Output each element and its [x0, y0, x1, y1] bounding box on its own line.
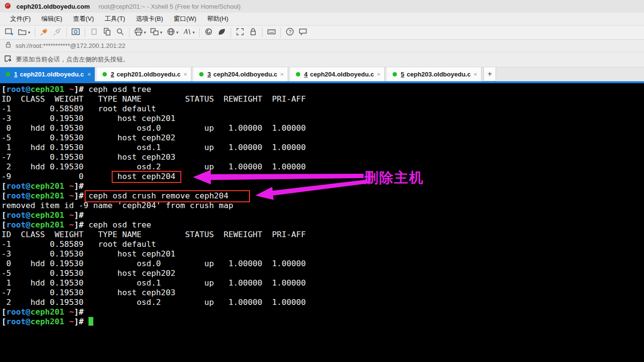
toolbar-separator [231, 28, 231, 37]
output-text: 2 hdd 0.19530 osd.2 up 1.00000 1.00000 [1, 162, 306, 171]
disconnect-icon [53, 27, 62, 38]
tab-1-ceph201.oldboyedu.com[interactable]: 1ceph201.oldboyedu.com× [0, 67, 95, 81]
dropdown-caret-icon[interactable]: ▾ [28, 30, 30, 35]
terminal-line: -1 0.58589 root default [1, 240, 306, 249]
toolbar-web-button[interactable]: ▾ [164, 26, 181, 39]
address-bar[interactable]: ssh://root:***********@172.200.1.201:22 [0, 40, 644, 52]
menu-item-tools[interactable]: 工具(T) [99, 13, 131, 25]
dropdown-caret-icon[interactable]: ▾ [144, 30, 146, 35]
terminal-line: 2 hdd 0.19530 osd.2 up 1.00000 1.00000 [1, 162, 306, 172]
menu-item-tab[interactable]: 选项卡(B) [131, 13, 168, 25]
new-tab-button[interactable]: + [483, 67, 496, 81]
tab-close-icon[interactable]: × [280, 71, 284, 78]
toolbar-font-button[interactable]: A▾ [180, 26, 197, 39]
terminal-line: 1 hdd 0.19530 osd.1 up 1.00000 1.00000 [1, 143, 306, 152]
tab-4-ceph204.oldboyedu.com[interactable]: 4ceph204.oldboyedu.com× [290, 67, 385, 81]
prompt-end: ]# [74, 220, 88, 229]
prompt-bracket: [ [1, 191, 6, 200]
prompt-host: ceph201 [30, 317, 64, 326]
output-text: ID CLASS WEIGHT TYPE NAME STATUS REWEIGH… [1, 230, 306, 239]
toolbar: ▾▾▾▾A▾? [0, 25, 644, 40]
highlight-box-host-ceph204 [112, 171, 181, 183]
menu-item-window[interactable]: 窗口(W) [168, 13, 202, 25]
output-text: ID CLASS WEIGHT TYPE NAME STATUS REWEIGH… [1, 94, 306, 104]
tab-close-icon[interactable]: × [473, 71, 477, 78]
svg-text:?: ? [289, 29, 292, 34]
prompt-space [64, 181, 69, 191]
toolbar-encoding-button[interactable] [202, 26, 215, 39]
tab-2-ceph201.oldboyedu.com[interactable]: 2ceph201.oldboyedu.com× [97, 67, 191, 81]
prompt-host: ceph201 [30, 220, 64, 229]
prompt-host: ceph201 [30, 211, 64, 220]
print-icon [134, 27, 143, 38]
terminal-line: 0 hdd 0.19530 osd.0 up 1.00000 1.00000 [1, 259, 306, 269]
window-title: ceph201.oldboyedu.com [16, 3, 90, 10]
tab-number: 4 [304, 71, 307, 78]
command-text: ceph osd tree [88, 85, 151, 94]
toolbar-duplicate-button[interactable] [88, 26, 101, 39]
connected-dot-icon [296, 72, 300, 76]
terminal-area[interactable]: [root@ceph201 ~]# ceph osd treeID CLASS … [0, 83, 644, 362]
tab-close-icon[interactable]: × [377, 71, 381, 78]
toolbar-separator [280, 28, 281, 37]
prompt-end: ]# [74, 317, 88, 326]
toolbar-print-button[interactable]: ▾ [132, 26, 148, 39]
xshell-logo-icon [4, 1, 12, 11]
virtual-keyboard-icon [267, 27, 276, 38]
paste-icon [102, 27, 112, 38]
connected-dot-icon [199, 72, 204, 76]
tab-close-icon[interactable]: × [183, 71, 187, 78]
connected-dot-icon [102, 72, 107, 76]
terminal-line: removed item id -9 name 'ceph204' from c… [1, 201, 306, 211]
web-icon [166, 27, 176, 38]
toolbar-feedback-button[interactable] [296, 26, 309, 39]
prompt-user: root@ [6, 191, 30, 200]
prompt-space [64, 220, 69, 229]
toolbar-lock-screen-button[interactable] [247, 26, 260, 39]
tab-5-ceph203.oldboyedu.com[interactable]: 5ceph203.oldboyedu.com× [387, 67, 482, 81]
terminal-cursor [88, 317, 93, 326]
prompt-space [64, 317, 69, 326]
window-subtitle: root@ceph201:~ - Xshell 5 (Free for Home… [99, 3, 241, 10]
toolbar-session-properties-button[interactable] [69, 26, 82, 39]
notice-bar: 要添加当前会话，点击左侧的箭头按钮。 [0, 52, 644, 67]
dropdown-caret-icon[interactable]: ▾ [160, 30, 162, 35]
lock-icon [5, 41, 12, 50]
toolbar-screen-layout-button[interactable]: ▾ [148, 26, 164, 39]
tab-close-icon[interactable]: × [87, 71, 91, 78]
tab-3-ceph204.oldboyedu.com[interactable]: 3ceph204.oldboyedu.com× [193, 67, 288, 81]
prompt-path: ~ [69, 181, 74, 191]
toolbar-fullscreen-button[interactable] [234, 26, 247, 39]
menu-item-help[interactable]: 帮助(H) [202, 13, 234, 25]
toolbar-virtual-keyboard-button[interactable] [265, 26, 278, 39]
prompt-bracket: [ [1, 85, 6, 94]
toolbar-help-button[interactable]: ? [283, 26, 296, 39]
menu-item-edit[interactable]: 编辑(E) [36, 13, 68, 25]
toolbar-color-scheme-button[interactable] [215, 26, 228, 39]
toolbar-reconnect-button[interactable] [38, 26, 51, 39]
terminal-line: -7 0.19530 host ceph203 [1, 288, 306, 298]
reconnect-icon [40, 27, 49, 38]
toolbar-find-button[interactable] [114, 26, 127, 39]
toolbar-new-session-button[interactable] [3, 26, 16, 39]
toolbar-open-session-button[interactable]: ▾ [16, 26, 32, 39]
prompt-end: ]# [74, 211, 88, 220]
add-session-icon[interactable] [4, 55, 12, 65]
prompt-host: ceph201 [30, 191, 64, 200]
terminal-line: [root@ceph201 ~]# [1, 307, 306, 317]
prompt-user: root@ [6, 181, 30, 191]
dropdown-caret-icon[interactable]: ▾ [176, 30, 179, 35]
menu-item-file[interactable]: 文件(F) [5, 13, 36, 25]
help-icon: ? [285, 27, 294, 38]
prompt-end: ]# [74, 181, 88, 191]
dropdown-caret-icon[interactable]: ▾ [192, 30, 195, 35]
prompt-end: ]# [74, 307, 88, 317]
terminal-line: [root@ceph201 ~]# [1, 211, 306, 220]
find-icon [116, 27, 125, 38]
terminal-line: [root@ceph201 ~]# ceph osd tree [1, 220, 306, 230]
toolbar-separator [262, 28, 263, 37]
menu-item-view[interactable]: 查看(V) [68, 13, 99, 25]
toolbar-paste-button[interactable] [101, 26, 114, 39]
toolbar-disconnect-button[interactable] [51, 26, 64, 39]
terminal-text: [root@ceph201 ~]# ceph osd treeID CLASS … [1, 85, 306, 327]
